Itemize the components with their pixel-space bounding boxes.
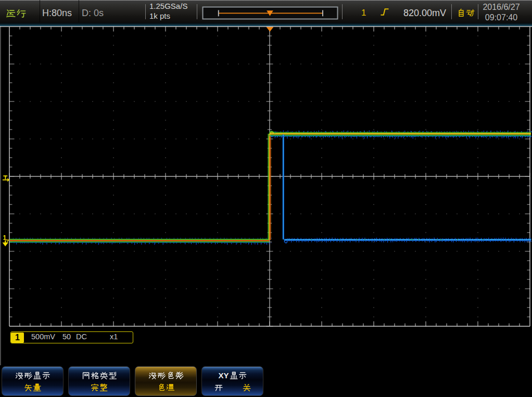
svg-text:1: 1 (3, 234, 7, 241)
